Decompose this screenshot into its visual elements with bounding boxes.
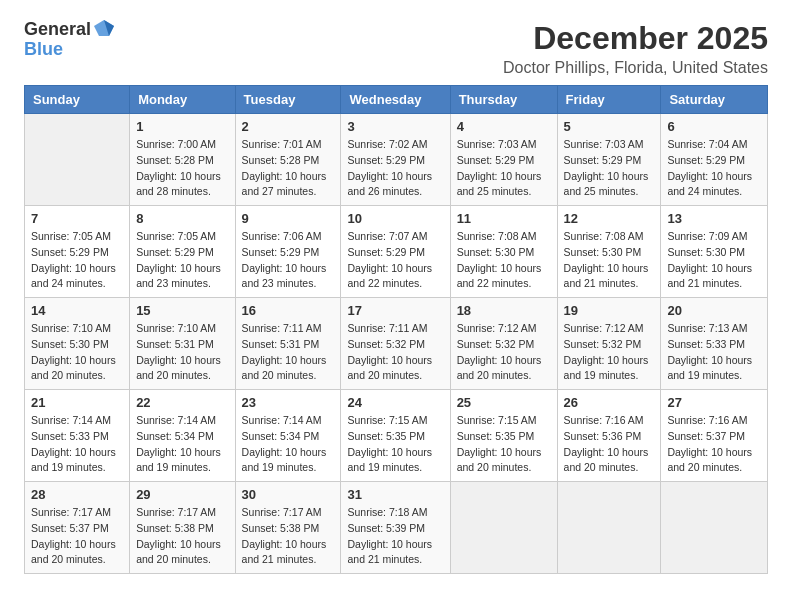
calendar-cell: 14Sunrise: 7:10 AMSunset: 5:30 PMDayligh… [25,298,130,390]
calendar-cell: 5Sunrise: 7:03 AMSunset: 5:29 PMDaylight… [557,114,661,206]
calendar-cell: 20Sunrise: 7:13 AMSunset: 5:33 PMDayligh… [661,298,768,390]
day-number: 3 [347,119,443,134]
day-number: 14 [31,303,123,318]
day-info: Sunrise: 7:17 AMSunset: 5:37 PMDaylight:… [31,505,123,568]
day-info: Sunrise: 7:13 AMSunset: 5:33 PMDaylight:… [667,321,761,384]
day-number: 13 [667,211,761,226]
calendar-day-header: Saturday [661,86,768,114]
calendar-cell: 1Sunrise: 7:00 AMSunset: 5:28 PMDaylight… [130,114,235,206]
calendar-cell: 17Sunrise: 7:11 AMSunset: 5:32 PMDayligh… [341,298,450,390]
calendar-day-header: Sunday [25,86,130,114]
calendar-cell [557,482,661,574]
calendar-cell: 29Sunrise: 7:17 AMSunset: 5:38 PMDayligh… [130,482,235,574]
day-info: Sunrise: 7:12 AMSunset: 5:32 PMDaylight:… [564,321,655,384]
calendar-header-row: SundayMondayTuesdayWednesdayThursdayFrid… [25,86,768,114]
calendar-day-header: Thursday [450,86,557,114]
day-number: 18 [457,303,551,318]
calendar-week-row: 7Sunrise: 7:05 AMSunset: 5:29 PMDaylight… [25,206,768,298]
calendar-week-row: 28Sunrise: 7:17 AMSunset: 5:37 PMDayligh… [25,482,768,574]
day-number: 22 [136,395,228,410]
calendar-cell: 23Sunrise: 7:14 AMSunset: 5:34 PMDayligh… [235,390,341,482]
day-info: Sunrise: 7:11 AMSunset: 5:32 PMDaylight:… [347,321,443,384]
day-info: Sunrise: 7:08 AMSunset: 5:30 PMDaylight:… [564,229,655,292]
logo-text-block: General Blue [24,20,115,60]
calendar-day-header: Friday [557,86,661,114]
calendar-cell: 15Sunrise: 7:10 AMSunset: 5:31 PMDayligh… [130,298,235,390]
day-number: 1 [136,119,228,134]
logo-blue: Blue [24,39,63,59]
day-info: Sunrise: 7:07 AMSunset: 5:29 PMDaylight:… [347,229,443,292]
day-info: Sunrise: 7:02 AMSunset: 5:29 PMDaylight:… [347,137,443,200]
calendar-cell: 3Sunrise: 7:02 AMSunset: 5:29 PMDaylight… [341,114,450,206]
day-info: Sunrise: 7:10 AMSunset: 5:31 PMDaylight:… [136,321,228,384]
calendar-cell: 6Sunrise: 7:04 AMSunset: 5:29 PMDaylight… [661,114,768,206]
day-info: Sunrise: 7:14 AMSunset: 5:33 PMDaylight:… [31,413,123,476]
calendar-title: December 2025 [503,20,768,57]
day-number: 5 [564,119,655,134]
calendar-cell: 11Sunrise: 7:08 AMSunset: 5:30 PMDayligh… [450,206,557,298]
calendar-day-header: Tuesday [235,86,341,114]
day-info: Sunrise: 7:05 AMSunset: 5:29 PMDaylight:… [31,229,123,292]
calendar-cell: 4Sunrise: 7:03 AMSunset: 5:29 PMDaylight… [450,114,557,206]
calendar-cell: 27Sunrise: 7:16 AMSunset: 5:37 PMDayligh… [661,390,768,482]
calendar-cell: 10Sunrise: 7:07 AMSunset: 5:29 PMDayligh… [341,206,450,298]
day-info: Sunrise: 7:04 AMSunset: 5:29 PMDaylight:… [667,137,761,200]
day-info: Sunrise: 7:03 AMSunset: 5:29 PMDaylight:… [564,137,655,200]
day-number: 25 [457,395,551,410]
day-number: 21 [31,395,123,410]
calendar-week-row: 14Sunrise: 7:10 AMSunset: 5:30 PMDayligh… [25,298,768,390]
day-info: Sunrise: 7:05 AMSunset: 5:29 PMDaylight:… [136,229,228,292]
day-info: Sunrise: 7:12 AMSunset: 5:32 PMDaylight:… [457,321,551,384]
day-number: 31 [347,487,443,502]
calendar-cell: 2Sunrise: 7:01 AMSunset: 5:28 PMDaylight… [235,114,341,206]
calendar-table: SundayMondayTuesdayWednesdayThursdayFrid… [24,85,768,574]
day-number: 29 [136,487,228,502]
day-number: 8 [136,211,228,226]
calendar-cell [450,482,557,574]
day-info: Sunrise: 7:03 AMSunset: 5:29 PMDaylight:… [457,137,551,200]
day-number: 17 [347,303,443,318]
day-info: Sunrise: 7:08 AMSunset: 5:30 PMDaylight:… [457,229,551,292]
day-number: 10 [347,211,443,226]
day-info: Sunrise: 7:15 AMSunset: 5:35 PMDaylight:… [347,413,443,476]
calendar-cell: 24Sunrise: 7:15 AMSunset: 5:35 PMDayligh… [341,390,450,482]
calendar-week-row: 1Sunrise: 7:00 AMSunset: 5:28 PMDaylight… [25,114,768,206]
day-info: Sunrise: 7:00 AMSunset: 5:28 PMDaylight:… [136,137,228,200]
day-number: 16 [242,303,335,318]
calendar-cell: 8Sunrise: 7:05 AMSunset: 5:29 PMDaylight… [130,206,235,298]
calendar-cell: 7Sunrise: 7:05 AMSunset: 5:29 PMDaylight… [25,206,130,298]
day-info: Sunrise: 7:17 AMSunset: 5:38 PMDaylight:… [242,505,335,568]
calendar-cell: 21Sunrise: 7:14 AMSunset: 5:33 PMDayligh… [25,390,130,482]
calendar-cell: 25Sunrise: 7:15 AMSunset: 5:35 PMDayligh… [450,390,557,482]
day-number: 28 [31,487,123,502]
day-number: 2 [242,119,335,134]
day-number: 9 [242,211,335,226]
day-number: 23 [242,395,335,410]
logo-icon [93,18,115,40]
calendar-cell: 18Sunrise: 7:12 AMSunset: 5:32 PMDayligh… [450,298,557,390]
calendar-cell: 16Sunrise: 7:11 AMSunset: 5:31 PMDayligh… [235,298,341,390]
calendar-cell: 13Sunrise: 7:09 AMSunset: 5:30 PMDayligh… [661,206,768,298]
day-number: 12 [564,211,655,226]
calendar-cell [25,114,130,206]
calendar-cell: 9Sunrise: 7:06 AMSunset: 5:29 PMDaylight… [235,206,341,298]
logo-general: General [24,20,91,40]
day-info: Sunrise: 7:09 AMSunset: 5:30 PMDaylight:… [667,229,761,292]
day-number: 24 [347,395,443,410]
calendar-week-row: 21Sunrise: 7:14 AMSunset: 5:33 PMDayligh… [25,390,768,482]
day-info: Sunrise: 7:18 AMSunset: 5:39 PMDaylight:… [347,505,443,568]
day-info: Sunrise: 7:10 AMSunset: 5:30 PMDaylight:… [31,321,123,384]
day-info: Sunrise: 7:11 AMSunset: 5:31 PMDaylight:… [242,321,335,384]
day-number: 6 [667,119,761,134]
day-number: 7 [31,211,123,226]
calendar-day-header: Wednesday [341,86,450,114]
day-info: Sunrise: 7:14 AMSunset: 5:34 PMDaylight:… [136,413,228,476]
calendar-cell: 22Sunrise: 7:14 AMSunset: 5:34 PMDayligh… [130,390,235,482]
calendar-cell: 31Sunrise: 7:18 AMSunset: 5:39 PMDayligh… [341,482,450,574]
calendar-cell: 19Sunrise: 7:12 AMSunset: 5:32 PMDayligh… [557,298,661,390]
calendar-cell: 28Sunrise: 7:17 AMSunset: 5:37 PMDayligh… [25,482,130,574]
day-number: 4 [457,119,551,134]
header: General Blue December 2025 Doctor Philli… [24,20,768,77]
calendar-cell [661,482,768,574]
day-info: Sunrise: 7:14 AMSunset: 5:34 PMDaylight:… [242,413,335,476]
